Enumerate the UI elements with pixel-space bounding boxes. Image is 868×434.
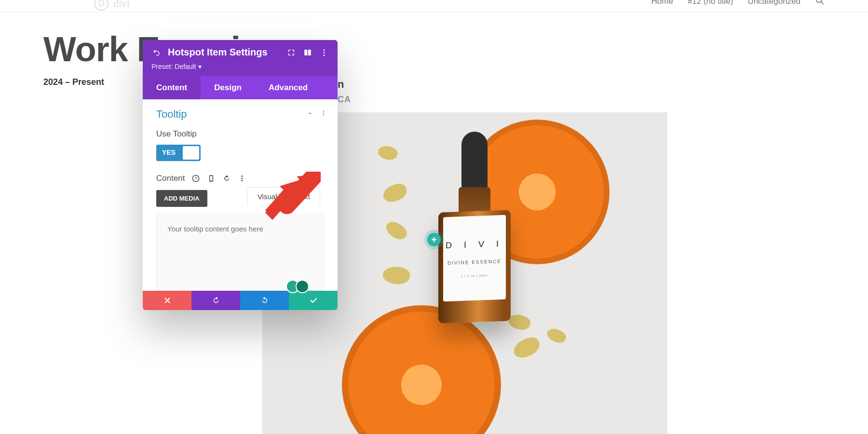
undo-back-icon[interactable] xyxy=(151,48,161,57)
more-icon[interactable] xyxy=(320,110,327,119)
logo-group: D divi xyxy=(94,1,130,11)
hotspot-marker[interactable]: + xyxy=(427,233,441,246)
svg-point-3 xyxy=(324,52,325,53)
location-sub: CA xyxy=(338,95,351,105)
logo-icon: D xyxy=(94,0,108,11)
svg-point-13 xyxy=(241,178,243,179)
use-tooltip-field: Use Tooltip YES xyxy=(143,126,338,171)
svg-text:?: ? xyxy=(194,176,197,181)
orange-slice-icon xyxy=(342,305,501,434)
add-media-button[interactable]: ADD MEDIA xyxy=(156,190,207,207)
svg-point-12 xyxy=(241,176,243,177)
seed-icon xyxy=(381,182,408,204)
columns-icon[interactable] xyxy=(303,48,312,57)
redo-button[interactable] xyxy=(240,291,289,310)
bottle-product-sub: DIVINE ESSENCE xyxy=(448,258,502,266)
seed-icon xyxy=(381,264,411,286)
seed-icon xyxy=(545,326,568,346)
seed-icon xyxy=(383,218,410,244)
chevron-down-icon: ▾ xyxy=(198,63,202,70)
tab-content[interactable]: Content xyxy=(143,76,201,99)
expand-icon[interactable] xyxy=(286,48,296,57)
nav-item-generic[interactable]: #12 (no title) xyxy=(688,0,733,6)
tab-design[interactable]: Design xyxy=(201,76,255,99)
content-label: Content xyxy=(156,174,185,183)
more-icon[interactable] xyxy=(319,48,329,57)
status-dot-icon xyxy=(296,280,309,293)
location-line: n xyxy=(338,78,344,91)
modal-title: Hotspot Item Settings xyxy=(168,47,268,58)
use-tooltip-label: Use Tooltip xyxy=(156,129,324,139)
hotspot-settings-modal: Hotspot Item Settings Preset: Default ▾ … xyxy=(143,40,338,310)
undo-button[interactable] xyxy=(191,291,240,310)
editor-tabs: Visual Text xyxy=(247,187,320,205)
svg-line-1 xyxy=(821,1,824,4)
svg-point-4 xyxy=(324,54,325,55)
page-body: Work Experience xyxy=(0,12,868,86)
preset-dropdown[interactable]: Preset: Default ▾ xyxy=(151,63,329,70)
preset-label: Preset: Default xyxy=(151,63,196,70)
cancel-button[interactable] xyxy=(143,291,191,310)
use-tooltip-toggle[interactable]: YES xyxy=(156,145,201,161)
svg-point-5 xyxy=(323,111,324,112)
svg-point-2 xyxy=(324,49,325,51)
modal-footer xyxy=(143,291,338,310)
nav-item-home[interactable]: Home xyxy=(651,0,673,6)
mobile-icon[interactable] xyxy=(206,174,216,183)
bottle-product-tiny: 1.7 fl oz | 50mL xyxy=(461,274,488,278)
toggle-knob xyxy=(183,146,199,160)
content-editor-area: ADD MEDIA Visual Text Your tooltip conte… xyxy=(143,186,338,291)
confirm-button[interactable] xyxy=(289,291,338,310)
modal-header: Hotspot Item Settings Preset: Default ▾ xyxy=(143,40,338,76)
svg-point-6 xyxy=(323,113,324,114)
date-range: 2024 – Present xyxy=(43,77,104,87)
tab-advanced[interactable]: Advanced xyxy=(255,76,321,99)
save-bubbles xyxy=(286,280,309,293)
nav-item-uncategorized[interactable]: Uncategorized xyxy=(747,0,800,6)
more-icon[interactable] xyxy=(237,174,247,183)
reset-icon[interactable] xyxy=(222,174,231,183)
svg-point-14 xyxy=(241,180,243,181)
editor-tab-visual[interactable]: Visual xyxy=(248,188,287,205)
top-nav: D divi Home #12 (no title) Uncategorized xyxy=(0,0,868,12)
chevron-up-icon[interactable] xyxy=(307,110,313,119)
svg-point-7 xyxy=(323,115,324,116)
help-icon[interactable]: ? xyxy=(191,174,201,183)
bottle-graphic: D I V I DIVINE ESSENCE 1.7 fl oz | 50mL xyxy=(424,132,525,325)
content-editor[interactable]: Your tooltip content goes here xyxy=(156,214,324,291)
logo-text: divi xyxy=(113,0,130,10)
modal-body: Tooltip Use Tooltip YES Content ? ADD ME… xyxy=(143,99,338,291)
section-label: Tooltip xyxy=(156,108,187,121)
content-field-header: Content ? xyxy=(143,171,338,186)
seed-icon xyxy=(376,143,399,163)
modal-tabs: Content Design Advanced xyxy=(143,76,338,99)
editor-tab-text[interactable]: Text xyxy=(286,188,320,205)
bottle-brand: D I V I xyxy=(446,238,503,250)
nav-links: Home #12 (no title) Uncategorized xyxy=(651,0,825,8)
section-head-tooltip[interactable]: Tooltip xyxy=(143,99,338,126)
editor-placeholder-text: Your tooltip content goes here xyxy=(167,225,263,233)
toggle-yes-label: YES xyxy=(156,145,181,161)
seed-icon xyxy=(511,335,542,361)
svg-point-11 xyxy=(211,180,211,180)
search-icon[interactable] xyxy=(815,0,825,8)
